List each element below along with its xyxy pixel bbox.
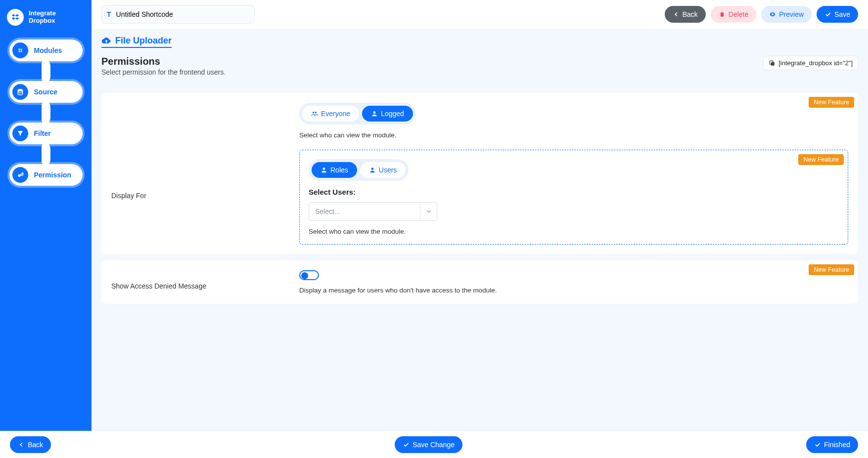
check-icon	[824, 11, 831, 18]
brand-line2: Dropbox	[29, 17, 56, 25]
step-connector	[42, 60, 50, 82]
shortcode-title-input-wrap[interactable]: T	[101, 5, 255, 24]
nested-panel: New Feature Roles Users Select Users	[299, 150, 848, 245]
new-feature-badge: New Feature	[809, 264, 854, 275]
svg-point-10	[313, 112, 315, 114]
brand: Integrate Dropbox	[7, 9, 85, 26]
brand-logo	[7, 9, 24, 26]
shortcode-chip[interactable]: [integrate_dropbox id="2"]	[763, 56, 858, 70]
save-button[interactable]: Save	[817, 6, 858, 23]
sidebar-step-label: Permission	[34, 171, 71, 179]
seg-users[interactable]: Users	[360, 162, 406, 178]
display-for-hint: Select who can view the module.	[299, 131, 848, 139]
step-connector	[42, 143, 50, 165]
user-icon	[320, 167, 327, 173]
svg-point-12	[373, 111, 376, 114]
seg-roles-label: Roles	[330, 166, 348, 174]
sidebar-step-label: Modules	[34, 46, 62, 54]
seg-logged-label: Logged	[381, 110, 404, 118]
eye-icon	[769, 11, 776, 18]
topbar: T Back Delete Preview Save	[91, 0, 868, 29]
top-actions: Back Delete Preview Save	[665, 6, 858, 23]
database-icon	[12, 84, 28, 100]
svg-rect-8	[771, 62, 775, 65]
sidebar-step-modules[interactable]: Modules	[9, 40, 83, 61]
sidebar-step-label: Filter	[34, 129, 51, 137]
users-icon	[311, 110, 318, 117]
svg-point-0	[17, 47, 23, 53]
seg-everyone-label: Everyone	[321, 110, 350, 118]
user-icon	[371, 110, 378, 117]
copy-icon	[769, 60, 776, 67]
sidebar-step-label: Source	[34, 88, 57, 96]
svg-point-6	[18, 91, 22, 93]
check-icon	[814, 441, 821, 448]
svg-rect-2	[20, 49, 22, 50]
sidebar-steps: Modules Source Filter Permission	[7, 40, 85, 186]
access-denied-hint: Display a message for users who don't ha…	[299, 287, 848, 294]
shortcode-title-input[interactable]	[115, 10, 249, 19]
new-feature-badge: New Feature	[798, 154, 844, 165]
module-title-text: File Uploader	[115, 36, 172, 46]
footer: Back Save Change Finished	[0, 431, 868, 458]
top-back-button[interactable]: Back	[665, 6, 706, 23]
preview-button[interactable]: Preview	[761, 6, 812, 23]
seg-roles[interactable]: Roles	[312, 162, 357, 178]
save-label: Save	[834, 10, 850, 18]
row-label-access-denied: Show Access Denied Message	[111, 270, 299, 290]
delete-button[interactable]: Delete	[711, 6, 756, 23]
filter-icon	[12, 125, 28, 141]
permissions-title: Permissions	[101, 56, 226, 67]
seg-users-label: Users	[379, 166, 397, 174]
permissions-subtitle: Select permission for the frontend users…	[101, 68, 226, 76]
footer-finished-button[interactable]: Finished	[806, 436, 858, 453]
header-section: File Uploader Permissions Select permiss…	[91, 29, 868, 87]
display-for-segmented: Everyone Logged	[299, 103, 416, 125]
svg-rect-1	[18, 49, 20, 50]
sidebar: Integrate Dropbox Modules Source Filter	[0, 0, 91, 458]
svg-rect-3	[18, 51, 20, 52]
footer-finished-label: Finished	[824, 441, 850, 449]
svg-point-14	[371, 167, 373, 170]
chevron-left-icon	[18, 441, 25, 448]
svg-point-13	[323, 167, 325, 170]
upload-cloud-icon	[101, 36, 111, 46]
sidebar-step-source[interactable]: Source	[9, 81, 83, 103]
sidebar-step-filter[interactable]: Filter	[9, 123, 83, 144]
row-label-display-for: Display For	[111, 103, 299, 200]
svg-rect-4	[20, 51, 22, 52]
text-icon: T	[107, 10, 111, 18]
footer-save-change-label: Save Change	[412, 441, 455, 449]
module-title[interactable]: File Uploader	[101, 36, 172, 48]
brand-line1: Integrate	[29, 10, 56, 17]
footer-save-change-button[interactable]: Save Change	[395, 436, 462, 453]
step-connector	[42, 102, 50, 124]
footer-back-button[interactable]: Back	[10, 436, 51, 453]
user-icon	[369, 167, 376, 173]
check-icon	[403, 441, 410, 448]
trash-icon	[719, 11, 726, 18]
seg-logged[interactable]: Logged	[362, 106, 413, 122]
select-placeholder: Select...	[315, 208, 340, 215]
shortcode-text: [integrate_dropbox id="2"]	[778, 59, 853, 67]
access-denied-toggle[interactable]	[299, 270, 319, 280]
preview-label: Preview	[779, 10, 804, 18]
key-icon	[12, 167, 28, 183]
top-back-label: Back	[683, 10, 698, 18]
chevron-left-icon	[673, 11, 680, 18]
card-access-denied: New Feature Show Access Denied Message D…	[101, 260, 858, 304]
new-feature-badge: New Feature	[809, 97, 854, 108]
grid-icon	[12, 42, 28, 58]
card-display-for: New Feature Display For Everyone Logged	[101, 93, 858, 254]
roles-users-segmented: Roles Users	[309, 159, 409, 181]
seg-everyone[interactable]: Everyone	[302, 106, 359, 122]
footer-back-label: Back	[28, 441, 43, 449]
chevron-down-icon	[420, 203, 437, 220]
delete-label: Delete	[729, 10, 748, 18]
sidebar-step-permission[interactable]: Permission	[9, 164, 83, 186]
svg-point-11	[315, 112, 317, 114]
select-users-label: Select Users:	[309, 188, 839, 196]
select-users-dropdown[interactable]: Select...	[309, 202, 437, 221]
nested-hint: Select who can view the module.	[309, 228, 839, 235]
